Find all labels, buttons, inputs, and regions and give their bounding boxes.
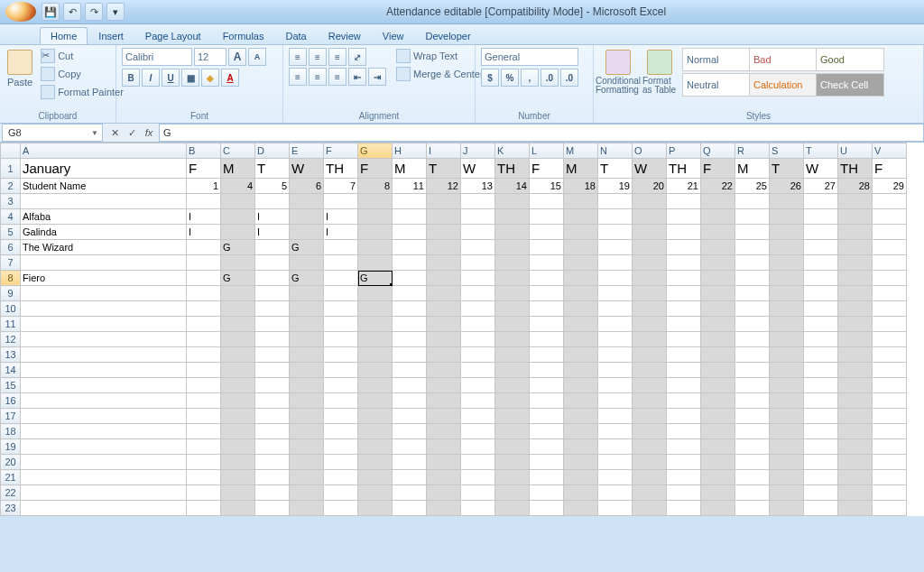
col-header-B[interactable]: B xyxy=(187,143,221,159)
cell-H1[interactable]: M xyxy=(393,159,427,179)
cell-R8[interactable] xyxy=(735,271,770,286)
cell-F10[interactable] xyxy=(324,301,358,317)
cell-Q3[interactable] xyxy=(701,194,735,209)
cell-J15[interactable] xyxy=(461,378,495,393)
style-good[interactable]: Good xyxy=(816,48,884,71)
cell-F3[interactable] xyxy=(324,194,358,209)
cell-M5[interactable] xyxy=(564,225,598,240)
cell-F9[interactable] xyxy=(324,286,358,301)
cell-B19[interactable] xyxy=(187,439,221,455)
cell-U10[interactable] xyxy=(838,301,873,317)
qat-undo-icon[interactable]: ↶ xyxy=(63,3,81,21)
cell-L1[interactable]: F xyxy=(530,159,564,179)
cell-A12[interactable] xyxy=(21,332,187,347)
cell-Q7[interactable] xyxy=(701,255,735,271)
cell-T12[interactable] xyxy=(804,332,838,347)
cell-O6[interactable] xyxy=(633,240,667,255)
cell-L15[interactable] xyxy=(530,378,564,393)
cell-E22[interactable] xyxy=(290,485,324,501)
cell-T8[interactable] xyxy=(804,271,838,286)
cell-R21[interactable] xyxy=(735,470,770,485)
qat-redo-icon[interactable]: ↷ xyxy=(85,3,103,21)
cell-S19[interactable] xyxy=(770,439,804,455)
cell-B21[interactable] xyxy=(187,470,221,485)
row-header-2[interactable]: 2 xyxy=(1,179,21,194)
cell-T22[interactable] xyxy=(804,485,838,501)
fill-color-button[interactable]: ◆ xyxy=(201,69,219,87)
cell-B14[interactable] xyxy=(187,363,221,378)
cell-L5[interactable] xyxy=(530,225,564,240)
cell-M6[interactable] xyxy=(564,240,598,255)
cell-A8[interactable]: Fiero xyxy=(21,271,187,286)
cell-D6[interactable] xyxy=(255,240,290,255)
cell-M22[interactable] xyxy=(564,485,598,501)
cell-Q13[interactable] xyxy=(701,347,735,363)
cell-L19[interactable] xyxy=(530,439,564,455)
cell-B10[interactable] xyxy=(187,301,221,317)
cell-G5[interactable] xyxy=(358,225,393,240)
cell-I11[interactable] xyxy=(427,317,461,332)
cell-B20[interactable] xyxy=(187,455,221,470)
paste-button[interactable]: Paste xyxy=(5,48,34,89)
cell-K4[interactable] xyxy=(495,209,530,225)
row-header-4[interactable]: 4 xyxy=(1,209,21,225)
copy-button[interactable]: Copy xyxy=(38,66,126,82)
cell-U23[interactable] xyxy=(838,501,873,516)
cell-H16[interactable] xyxy=(393,393,427,409)
cell-O11[interactable] xyxy=(633,317,667,332)
cell-H3[interactable] xyxy=(393,194,427,209)
cell-J20[interactable] xyxy=(461,455,495,470)
cell-V14[interactable] xyxy=(873,363,907,378)
cell-C7[interactable] xyxy=(221,255,255,271)
cell-F11[interactable] xyxy=(324,317,358,332)
cell-M9[interactable] xyxy=(564,286,598,301)
cell-B4[interactable]: I xyxy=(187,209,221,225)
cell-T13[interactable] xyxy=(804,347,838,363)
cell-R7[interactable] xyxy=(735,255,770,271)
cell-M19[interactable] xyxy=(564,439,598,455)
conditional-formatting-button[interactable]: Conditional Formatting xyxy=(599,48,637,97)
row-header-1[interactable]: 1 xyxy=(1,159,21,179)
cell-U7[interactable] xyxy=(838,255,873,271)
cell-O17[interactable] xyxy=(633,409,667,424)
cell-N16[interactable] xyxy=(598,393,633,409)
cell-Q12[interactable] xyxy=(701,332,735,347)
cell-D21[interactable] xyxy=(255,470,290,485)
cell-O12[interactable] xyxy=(633,332,667,347)
cell-I21[interactable] xyxy=(427,470,461,485)
row-header-11[interactable]: 11 xyxy=(1,317,21,332)
style-check-cell[interactable]: Check Cell xyxy=(816,73,884,97)
cell-F21[interactable] xyxy=(324,470,358,485)
cell-B3[interactable] xyxy=(187,194,221,209)
col-header-L[interactable]: L xyxy=(530,143,564,159)
cell-P15[interactable] xyxy=(667,378,701,393)
cell-U3[interactable] xyxy=(838,194,873,209)
cell-S21[interactable] xyxy=(770,470,804,485)
cell-U18[interactable] xyxy=(838,424,873,439)
cell-F2[interactable]: 7 xyxy=(324,179,358,194)
cell-V18[interactable] xyxy=(873,424,907,439)
cell-T9[interactable] xyxy=(804,286,838,301)
cell-E3[interactable] xyxy=(290,194,324,209)
cell-C16[interactable] xyxy=(221,393,255,409)
cell-R22[interactable] xyxy=(735,485,770,501)
cell-I6[interactable] xyxy=(427,240,461,255)
cell-C6[interactable]: G xyxy=(221,240,255,255)
cell-M21[interactable] xyxy=(564,470,598,485)
qat-save-icon[interactable]: 💾 xyxy=(42,3,60,21)
grow-font-button[interactable]: A xyxy=(228,48,246,66)
cell-L9[interactable] xyxy=(530,286,564,301)
cell-C11[interactable] xyxy=(221,317,255,332)
cell-Q10[interactable] xyxy=(701,301,735,317)
cell-T16[interactable] xyxy=(804,393,838,409)
cell-I15[interactable] xyxy=(427,378,461,393)
row-header-18[interactable]: 18 xyxy=(1,424,21,439)
decrease-decimal-button[interactable]: .0 xyxy=(560,69,578,87)
cell-U17[interactable] xyxy=(838,409,873,424)
wrap-text-button[interactable]: Wrap Text xyxy=(393,48,486,64)
cell-E12[interactable] xyxy=(290,332,324,347)
cell-E19[interactable] xyxy=(290,439,324,455)
cell-N22[interactable] xyxy=(598,485,633,501)
cell-O5[interactable] xyxy=(633,225,667,240)
cell-B22[interactable] xyxy=(187,485,221,501)
